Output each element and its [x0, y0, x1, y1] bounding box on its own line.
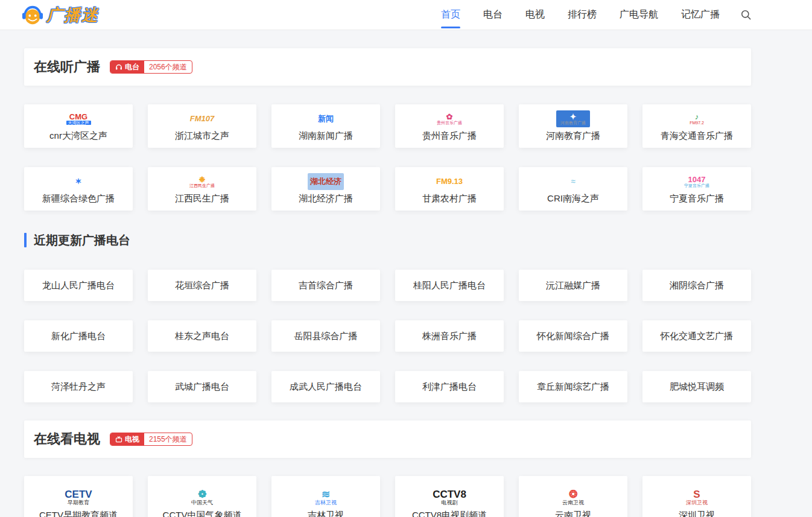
main-content: 在线听广播 电台 2056个频道 CMG 大湾区之声 cnr大湾区之声	[24, 48, 751, 517]
radio-station-card[interactable]: 怀化新闻综合广播	[519, 320, 627, 352]
tv-badge-type: 电视	[110, 433, 144, 445]
channel-logo: ❁ 中国天气	[187, 489, 217, 506]
channel-logo-text: CETV	[65, 489, 92, 500]
radio-section-title: 在线听广播	[34, 58, 100, 76]
radio-station-card[interactable]: 章丘新闻综艺广播	[519, 371, 627, 402]
station-logo-subtext: 大湾区之声	[66, 121, 91, 125]
radio-station-card[interactable]: 1047 宁夏音乐广播 宁夏音乐广播	[642, 167, 751, 211]
station-logo-text: FM107	[190, 115, 214, 123]
station-name: 河南教育广播	[546, 130, 600, 142]
channel-name: CCTV8电视剧频道	[412, 510, 487, 517]
nav-item[interactable]: 排行榜	[568, 0, 597, 30]
radio-station-card[interactable]: 新化广播电台	[24, 320, 133, 352]
search-button[interactable]	[740, 9, 752, 21]
station-logo-text: ✿	[446, 113, 453, 121]
channel-logo-subtext: 中国天气	[189, 500, 215, 506]
radio-station-card[interactable]: 吉首综合广播	[271, 270, 380, 301]
channel-name: CCTV中国气象频道	[163, 510, 242, 517]
site-title: 广播迷	[46, 4, 99, 26]
station-logo: CMG 大湾区之声	[64, 110, 94, 127]
station-logo: 1047 宁夏音乐广播	[680, 173, 714, 190]
radio-station-card[interactable]: FM9.13 甘肃农村广播	[395, 167, 504, 211]
channel-logo-subtext: 深圳卫视	[684, 500, 709, 506]
channel-name: CETV早期教育频道	[39, 510, 118, 517]
tv-channel-card[interactable]: CETV 早期教育 CETV早期教育频道	[24, 476, 133, 517]
channel-logo-text: S	[693, 489, 700, 500]
radio-station-card[interactable]: 武城广播电台	[148, 371, 256, 402]
radio-station-card[interactable]: 湖北经济 湖北经济广播	[271, 167, 380, 211]
radio-station-card[interactable]: 株洲音乐广播	[395, 320, 504, 352]
station-name: 青海交通音乐广播	[661, 130, 733, 142]
nav-item[interactable]: 首页	[441, 0, 460, 30]
station-logo: ✶	[73, 173, 84, 190]
radio-badge-type: 电台	[110, 61, 144, 73]
station-logo-text: ✶	[75, 177, 82, 186]
channel-logo-text: ≋	[322, 489, 330, 500]
radio-station-card[interactable]: 沅江融媒广播	[519, 270, 627, 301]
radio-station-card[interactable]: 肥城悦耳调频	[642, 371, 751, 402]
channel-logo-text: ❁	[198, 489, 206, 500]
search-icon	[740, 9, 752, 21]
channel-logo: S 深圳卫视	[682, 489, 712, 506]
station-logo-text: ≈	[571, 177, 575, 186]
radio-station-card[interactable]: 菏泽牡丹之声	[24, 371, 133, 402]
radio-count-badge: 电台 2056个频道	[110, 60, 192, 74]
radio-station-card[interactable]: 龙山人民广播电台	[24, 270, 133, 301]
nav-item[interactable]: 电台	[483, 0, 503, 30]
tv-channel-card[interactable]: ❁ 中国天气 CCTV中国气象频道	[148, 476, 256, 517]
channel-name: 云南卫视	[555, 510, 591, 517]
tv-grid: CETV 早期教育 CETV早期教育频道 ❁ 中国天气 CCTV中国气象频道 ≋…	[24, 476, 751, 517]
tv-channel-card[interactable]: ≋ 吉林卫视 吉林卫视	[271, 476, 380, 517]
tv-channel-card[interactable]: ❂ 云南卫视 云南卫视	[519, 476, 627, 517]
station-logo-subtext: FM97.2	[688, 121, 706, 125]
radio-station-card[interactable]: FM107 浙江城市之声	[148, 104, 256, 148]
radio-station-card[interactable]: 利津广播电台	[395, 371, 504, 402]
radio-station-card[interactable]: 花垣综合广播	[148, 270, 256, 301]
tv-channel-card[interactable]: CCTV8 电视剧 CCTV8电视剧频道	[395, 476, 504, 517]
station-logo: ≈	[568, 173, 577, 190]
recent-section-heading: 近期更新广播电台	[24, 232, 751, 248]
tv-badge-label: 电视	[125, 434, 139, 445]
radio-station-card[interactable]: 湘阴综合广播	[642, 270, 751, 301]
radio-station-card[interactable]: ✶ 新疆综合绿色广播	[24, 167, 133, 211]
channel-logo-subtext: 吉林卫视	[313, 500, 338, 506]
station-logo-text: ♪	[695, 113, 699, 121]
channel-name: 吉林卫视	[308, 510, 344, 517]
channel-logo-text: CCTV8	[433, 489, 466, 500]
tv-count-badge: 电视 2155个频道	[110, 433, 192, 446]
channel-logo-subtext: 电视剧	[439, 500, 459, 506]
radio-station-card[interactable]: 桂东之声电台	[148, 320, 256, 352]
radio-station-card[interactable]: ♪ FM97.2 青海交通音乐广播	[642, 104, 751, 148]
station-logo: FM107	[188, 110, 217, 127]
radio-station-card[interactable]: 怀化交通文艺广播	[642, 320, 751, 352]
channel-logo: CETV 早期教育	[62, 489, 94, 506]
station-logo: ❉ 江西民生广播	[185, 173, 219, 190]
tv-channel-card[interactable]: S 深圳卫视 深圳卫视	[642, 476, 751, 517]
station-logo: ♪ FM97.2	[685, 110, 708, 127]
tv-section-title: 在线看电视	[34, 430, 100, 448]
site-logo[interactable]: 广播迷	[21, 4, 99, 26]
station-logo: 新闻	[316, 110, 336, 127]
station-logo-text: FM9.13	[436, 177, 463, 186]
nav-item[interactable]: 记忆广播	[681, 0, 720, 30]
radio-station-card[interactable]: CMG 大湾区之声 cnr大湾区之声	[24, 104, 133, 148]
station-logo: ✦ 河南教育广播	[556, 110, 590, 127]
radio-station-card[interactable]: 岳阳县综合广播	[271, 320, 380, 352]
station-logo-subtext: 河南教育广播	[559, 121, 588, 125]
nav-item[interactable]: 电视	[525, 0, 545, 30]
nav-item[interactable]: 广电导航	[620, 0, 658, 30]
station-logo-text: CMG	[69, 113, 87, 121]
radio-badge-count: 2056个频道	[144, 61, 192, 73]
channel-name: 深圳卫视	[679, 510, 715, 517]
station-logo-text: ❉	[199, 176, 206, 184]
station-logo-text: 1047	[688, 176, 706, 184]
radio-station-card[interactable]: ✿ 贵州音乐广播 贵州音乐广播	[395, 104, 504, 148]
radio-station-card[interactable]: ❉ 江西民生广播 江西民生广播	[148, 167, 256, 211]
radio-station-card[interactable]: 桂阳人民广播电台	[395, 270, 504, 301]
radio-station-card[interactable]: ≈ CRI南海之声	[519, 167, 627, 211]
radio-station-card[interactable]: ✦ 河南教育广播 河南教育广播	[519, 104, 627, 148]
headphones-icon	[115, 63, 122, 71]
radio-station-card[interactable]: 成武人民广播电台	[271, 371, 380, 402]
station-name: 宁夏音乐广播	[670, 193, 724, 205]
radio-station-card[interactable]: 新闻 湖南新闻广播	[271, 104, 380, 148]
